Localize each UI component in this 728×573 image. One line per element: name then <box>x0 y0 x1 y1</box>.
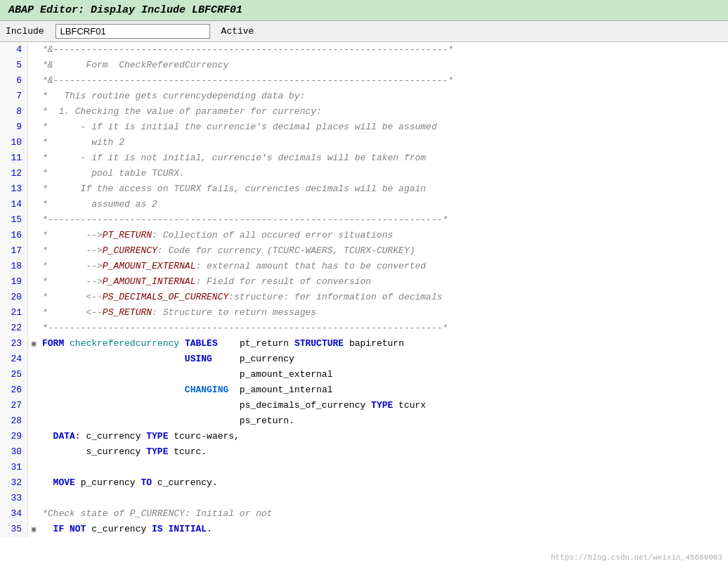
line-content: *&--------------------------------------… <box>39 73 728 89</box>
table-row: 22*-------------------------------------… <box>0 321 728 336</box>
line-number: 10 <box>0 135 28 150</box>
line-content: p_amount_external <box>39 367 728 382</box>
line-content: ps_return. <box>39 413 728 429</box>
table-row: 18* -->P_AMOUNT_EXTERNAL: external amoun… <box>0 259 728 274</box>
line-content: * <--PS_RETURN: Structure to return mess… <box>39 305 728 321</box>
lines-container: 4*&-------------------------------------… <box>0 42 728 537</box>
line-content: * <--PS_DECIMALS_OF_CURRENCY:structure: … <box>39 290 728 305</box>
table-row: 35▣ IF NOT c_currency IS INITIAL. <box>0 522 728 537</box>
toolbar: Include Active <box>0 21 728 42</box>
table-row: 27 ps_decimals_of_currency TYPE tcurx <box>0 398 728 413</box>
table-row: 13* If the access on TCURX fails, curren… <box>0 181 728 197</box>
table-row: 8* 1. Checking the value of parameter fo… <box>0 104 728 120</box>
table-row: 20* <--PS_DECIMALS_OF_CURRENCY:structure… <box>0 290 728 305</box>
line-content: * -->PT_RETURN: Collection of all occure… <box>39 228 728 243</box>
line-content: *&--------------------------------------… <box>39 42 728 58</box>
line-content: *Check state of P_CURRENCY: Initial or n… <box>39 506 728 522</box>
line-content: * assumed as 2 <box>39 197 728 212</box>
table-row: 4*&-------------------------------------… <box>0 42 728 58</box>
line-number: 13 <box>0 181 28 197</box>
status-label: Active <box>221 26 254 37</box>
include-label: Include <box>6 26 44 37</box>
table-row: 25 p_amount_external <box>0 367 728 382</box>
table-row: 11* - if it is not initial, currencie's … <box>0 150 728 166</box>
line-number: 23 <box>0 336 28 352</box>
fold-icon[interactable]: ▣ <box>28 336 39 352</box>
line-content: * -->P_AMOUNT_EXTERNAL: external amount … <box>39 259 728 274</box>
table-row: 29 DATA: c_currency TYPE tcurc-waers, <box>0 429 728 444</box>
line-number: 25 <box>0 367 28 382</box>
include-input[interactable] <box>56 24 210 39</box>
line-number: 8 <box>0 104 28 120</box>
line-number: 33 <box>0 491 28 506</box>
line-number: 9 <box>0 120 28 135</box>
table-row: 28 ps_return. <box>0 413 728 429</box>
table-row: 10* with 2 <box>0 135 728 150</box>
code-area: 4*&-------------------------------------… <box>0 42 728 565</box>
table-row: 33 <box>0 491 728 506</box>
line-content: *& Form CheckReferedCurrency <box>39 58 728 73</box>
line-content: MOVE p_currency TO c_currency. <box>39 475 728 491</box>
line-number: 30 <box>0 444 28 460</box>
line-content: * This routine gets currencydepending da… <box>39 89 728 104</box>
table-row: 34*Check state of P_CURRENCY: Initial or… <box>0 506 728 522</box>
line-number: 19 <box>0 274 28 290</box>
line-number: 7 <box>0 89 28 104</box>
line-number: 34 <box>0 506 28 522</box>
line-content: CHANGING p_amount_internal <box>39 382 728 398</box>
line-number: 14 <box>0 197 28 212</box>
line-content: DATA: c_currency TYPE tcurc-waers, <box>39 429 728 444</box>
line-content: * -->P_AMOUNT_INTERNAL: Field for result… <box>39 274 728 290</box>
line-number: 35 <box>0 522 28 537</box>
line-number: 21 <box>0 305 28 321</box>
line-number: 20 <box>0 290 28 305</box>
table-row: 16* -->PT_RETURN: Collection of all occu… <box>0 228 728 243</box>
line-number: 11 <box>0 150 28 166</box>
fold-icon[interactable]: ▣ <box>28 522 39 537</box>
table-row: 23▣FORM checkreferedcurrency TABLES pt_r… <box>0 336 728 352</box>
table-row: 12* pool table TCURX. <box>0 166 728 181</box>
line-content: * 1. Checking the value of parameter for… <box>39 104 728 120</box>
line-content: FORM checkreferedcurrency TABLES pt_retu… <box>39 336 728 352</box>
line-number: 29 <box>0 429 28 444</box>
table-row: 21* <--PS_RETURN: Structure to return me… <box>0 305 728 321</box>
line-number: 6 <box>0 73 28 89</box>
table-row: 14* assumed as 2 <box>0 197 728 212</box>
table-row: 9* - if it is initial the currencie's de… <box>0 120 728 135</box>
line-number: 18 <box>0 259 28 274</box>
table-row: 26 CHANGING p_amount_internal <box>0 382 728 398</box>
line-number: 28 <box>0 413 28 429</box>
table-row: 17* -->P_CURRENCY: Code for currency (TC… <box>0 243 728 259</box>
line-content: s_currency TYPE tcurc. <box>39 444 728 460</box>
line-number: 26 <box>0 382 28 398</box>
line-number: 27 <box>0 398 28 413</box>
line-number: 32 <box>0 475 28 491</box>
line-number: 24 <box>0 352 28 367</box>
line-content: *---------------------------------------… <box>39 321 728 336</box>
table-row: 6*&-------------------------------------… <box>0 73 728 89</box>
line-number: 17 <box>0 243 28 259</box>
line-content: * -->P_CURRENCY: Code for currency (TCUR… <box>39 243 728 259</box>
table-row: 7* This routine gets currencydepending d… <box>0 89 728 104</box>
line-number: 16 <box>0 228 28 243</box>
line-content: IF NOT c_currency IS INITIAL. <box>39 522 728 537</box>
table-row: 24 USING p_currency <box>0 352 728 367</box>
table-row: 31 <box>0 460 728 475</box>
line-content: *---------------------------------------… <box>39 212 728 228</box>
line-number: 22 <box>0 321 28 336</box>
line-content: * with 2 <box>39 135 728 150</box>
line-number: 31 <box>0 460 28 475</box>
line-content: * - if it is not initial, currencie's de… <box>39 150 728 166</box>
line-content: * - if it is initial the currencie's dec… <box>39 120 728 135</box>
title-bar: ABAP Editor: Display Include LBFCRF01 <box>0 0 728 21</box>
line-content: USING p_currency <box>39 352 728 367</box>
table-row: 19* -->P_AMOUNT_INTERNAL: Field for resu… <box>0 274 728 290</box>
table-row: 5*& Form CheckReferedCurrency <box>0 58 728 73</box>
line-number: 15 <box>0 212 28 228</box>
line-number: 12 <box>0 166 28 181</box>
line-content: * pool table TCURX. <box>39 166 728 181</box>
line-content: ps_decimals_of_currency TYPE tcurx <box>39 398 728 413</box>
editor: 4*&-------------------------------------… <box>0 42 728 565</box>
watermark: https://blog.csdn.net/weixin_45689063 <box>551 553 722 562</box>
title-text: ABAP Editor: Display Include LBFCRF01 <box>8 4 242 16</box>
